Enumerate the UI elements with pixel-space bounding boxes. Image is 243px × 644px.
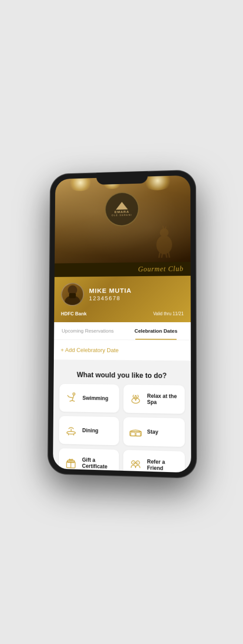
refer-icon bbox=[128, 457, 142, 472]
svg-rect-24 bbox=[131, 432, 135, 436]
add-date-button[interactable]: + Add Celebratory Date bbox=[61, 347, 119, 353]
svg-point-0 bbox=[156, 235, 172, 254]
grid-card-dining[interactable]: Dining bbox=[59, 416, 119, 445]
svg-point-19 bbox=[67, 431, 76, 434]
tab-celebration-dates[interactable]: Celebration Dates bbox=[122, 322, 191, 340]
logo-sub: OLÉ·SERENI bbox=[112, 214, 132, 217]
add-date-section: + Add Celebratory Date bbox=[54, 340, 191, 364]
grid-card-gift-certificate[interactable]: Gift a Certificate bbox=[59, 448, 119, 473]
svg-point-11 bbox=[73, 393, 75, 395]
tabs-section: Upcoming Reservations Celebration Dates bbox=[54, 322, 190, 340]
user-avatar bbox=[61, 283, 84, 306]
spa-label: Relax at the Spa bbox=[147, 393, 179, 406]
refer-label: Refer a Friend bbox=[147, 458, 180, 472]
swimming-label: Swimming bbox=[82, 395, 108, 401]
logo-mountain-icon bbox=[116, 201, 128, 209]
svg-line-6 bbox=[166, 253, 167, 258]
membership-card: Gourmet Club MIKE MUTIA 12345678 HDFC Ba… bbox=[54, 261, 191, 322]
avatar-silhouette bbox=[63, 284, 82, 305]
what-to-do-title: What would you like to do? bbox=[54, 363, 191, 385]
bank-name: HDFC Bank bbox=[61, 311, 86, 316]
svg-line-17 bbox=[72, 400, 75, 401]
svg-line-4 bbox=[159, 252, 160, 258]
svg-rect-23 bbox=[130, 431, 141, 436]
dining-label: Dining bbox=[82, 427, 98, 433]
spa-icon bbox=[128, 392, 142, 406]
user-name: MIKE MUTIA bbox=[89, 286, 184, 294]
user-id: 12345678 bbox=[89, 294, 184, 301]
grid-card-swimming[interactable]: Swimming bbox=[59, 383, 119, 412]
grid-card-stay[interactable]: Stay bbox=[123, 417, 185, 447]
swimming-icon bbox=[65, 390, 79, 405]
svg-rect-10 bbox=[69, 293, 76, 298]
card-user-row: MIKE MUTIA 12345678 bbox=[61, 282, 184, 306]
grid-card-spa[interactable]: Relax at the Spa bbox=[123, 384, 184, 413]
svg-line-16 bbox=[69, 400, 72, 401]
tab-upcoming-reservations[interactable]: Upcoming Reservations bbox=[54, 322, 122, 340]
svg-point-30 bbox=[136, 461, 139, 464]
dining-icon bbox=[64, 423, 78, 437]
phone-frame: EMARA OLÉ·SERENI Gourmet Club bbox=[48, 170, 197, 478]
grid-card-refer[interactable]: Refer a Friend bbox=[123, 449, 185, 472]
svg-point-29 bbox=[131, 460, 135, 464]
svg-line-7 bbox=[168, 252, 169, 258]
valid-thru: Valid thru 11/21 bbox=[153, 311, 184, 316]
stay-label: Stay bbox=[147, 429, 158, 435]
activity-grid: Swimming Relax at the Spa bbox=[53, 383, 191, 472]
card-footer: HDFC Bank Valid thru 11/21 bbox=[61, 310, 184, 316]
gift-certificate-label: Gift a Certificate bbox=[82, 456, 114, 470]
phone-screen: EMARA OLÉ·SERENI Gourmet Club bbox=[53, 175, 191, 472]
stay-icon bbox=[128, 424, 142, 439]
svg-line-14 bbox=[68, 395, 69, 397]
svg-line-5 bbox=[161, 253, 162, 258]
card-dark-strip: Gourmet Club bbox=[55, 261, 191, 277]
animal-silhouette bbox=[151, 223, 177, 258]
notch bbox=[96, 171, 148, 185]
hero-section: EMARA OLÉ·SERENI bbox=[55, 175, 190, 263]
gourmet-club-label: Gourmet Club bbox=[138, 265, 184, 273]
user-info: MIKE MUTIA 12345678 bbox=[89, 286, 184, 301]
svg-rect-25 bbox=[136, 432, 140, 436]
gift-certificate-icon bbox=[64, 455, 78, 469]
logo-brand: EMARA bbox=[115, 209, 129, 214]
svg-line-13 bbox=[69, 397, 73, 398]
